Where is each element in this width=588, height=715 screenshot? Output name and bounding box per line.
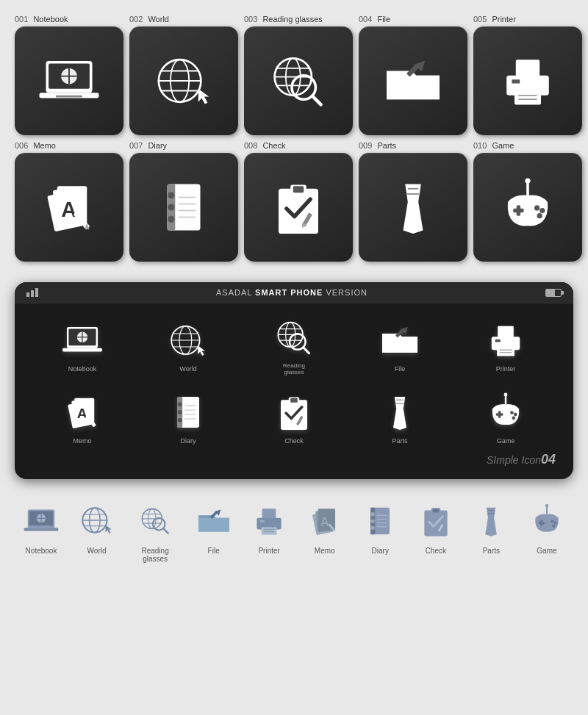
- bottom-icon-printer: [247, 500, 291, 542]
- svg-point-156: [551, 520, 553, 522]
- svg-rect-128: [262, 509, 276, 520]
- phone-icon-diary: Diary: [135, 390, 241, 445]
- icon-card-diary: 007 Diary: [129, 141, 238, 262]
- grid-row-1: 001 Notebook 002 World: [15, 15, 573, 135]
- phone-file-icon: [378, 318, 422, 362]
- bottom-label-notebook: Notebook: [26, 547, 57, 555]
- svg-rect-102: [498, 411, 501, 418]
- phone-label-notebook: Notebook: [68, 365, 97, 373]
- phone-title: ASADAL SMART PHONE VERSION: [216, 288, 368, 297]
- icon-box-notebook[interactable]: [15, 26, 123, 135]
- notebook-icon: [36, 48, 102, 114]
- icon-box-world[interactable]: [129, 26, 238, 135]
- parts-icon: [380, 174, 446, 240]
- svg-point-106: [504, 393, 508, 397]
- bottom-item-file: File: [187, 500, 240, 563]
- icon-card-parts: 009 Parts: [359, 141, 467, 262]
- phone-label-memo: Memo: [73, 437, 91, 445]
- svg-rect-155: [540, 520, 542, 525]
- svg-point-141: [371, 512, 375, 516]
- top-grid: 001 Notebook 002 World: [15, 15, 573, 267]
- svg-marker-127: [209, 509, 220, 518]
- svg-point-53: [537, 213, 542, 218]
- icon-name-world: World: [148, 15, 169, 24]
- phone-label-world: World: [179, 365, 196, 373]
- phone-diary-icon: [166, 390, 210, 434]
- phone-game-icon: [484, 390, 528, 434]
- svg-marker-74: [395, 327, 408, 337]
- icon-name-parts: Parts: [377, 141, 396, 150]
- bottom-label-printer: Printer: [258, 547, 279, 555]
- icon-num-003: 003: [244, 15, 257, 24]
- icon-card-notebook: 001 Notebook: [15, 15, 123, 135]
- phone-icon-world: World: [135, 318, 241, 373]
- svg-text:A: A: [61, 198, 76, 221]
- icon-num-005: 005: [473, 15, 487, 24]
- bottom-game-icon: [528, 502, 566, 540]
- phone-world-icon: [166, 318, 210, 362]
- bottom-item-printer: Printer: [243, 500, 295, 563]
- bottom-label-diary: Diary: [372, 547, 389, 555]
- svg-rect-130: [260, 520, 265, 522]
- svg-point-54: [525, 178, 530, 183]
- icon-box-file[interactable]: [359, 26, 467, 135]
- svg-point-142: [371, 519, 375, 522]
- svg-rect-97: [290, 398, 298, 403]
- bottom-parts-icon: [472, 502, 510, 540]
- icon-num-009: 009: [359, 141, 372, 150]
- phone-reading-glasses-icon: [272, 315, 316, 359]
- bottom-label-file: File: [208, 547, 220, 555]
- svg-point-158: [552, 525, 555, 528]
- bottom-item-world: World: [71, 500, 123, 563]
- icon-name-check: Check: [262, 141, 285, 150]
- icon-box-game[interactable]: [473, 153, 582, 262]
- svg-rect-44: [293, 186, 304, 193]
- bottom-icon-diary: [358, 500, 402, 542]
- bottom-icon-memo: A: [303, 500, 347, 542]
- svg-text:A: A: [77, 406, 87, 421]
- icon-num-001: 001: [15, 15, 28, 24]
- file-icon: [380, 48, 446, 114]
- bottom-icon-world: [75, 500, 119, 542]
- signal-bars: [26, 288, 38, 297]
- icon-name-reading-glasses: Reading glasses: [262, 15, 322, 24]
- bottom-icon-check: [414, 500, 458, 542]
- phone-icons-row-2: A Memo Diary: [15, 378, 573, 448]
- diary-icon: [151, 174, 217, 240]
- phone-label-game: Game: [497, 437, 515, 445]
- icon-box-diary[interactable]: [129, 153, 238, 262]
- bottom-label-world: World: [87, 547, 107, 555]
- bottom-icon-file: [192, 500, 236, 542]
- svg-rect-23: [512, 79, 520, 83]
- bottom-reading-glasses-icon: [136, 502, 174, 540]
- check-icon: [265, 174, 331, 240]
- icon-card-check: 008 Check: [244, 141, 353, 262]
- phone-check-icon: [272, 390, 316, 434]
- bottom-file-icon: [195, 502, 233, 540]
- phone-icon-memo: A Memo: [29, 390, 135, 445]
- simple-icon-label: SImple Icon04: [487, 454, 556, 466]
- bottom-world-icon: [78, 502, 116, 540]
- icon-name-memo: Memo: [33, 141, 56, 150]
- svg-point-143: [371, 526, 375, 530]
- svg-point-88: [178, 402, 182, 406]
- svg-point-52: [539, 208, 545, 213]
- icon-box-parts[interactable]: [359, 153, 467, 262]
- phone-parts-icon: [378, 390, 422, 434]
- svg-point-35: [168, 192, 174, 198]
- bottom-printer-icon: [250, 502, 288, 540]
- icon-box-printer[interactable]: [473, 26, 582, 135]
- phone-icon-reading-glasses: Readingglasses: [241, 315, 347, 376]
- phone-icon-notebook: Notebook: [29, 318, 135, 373]
- world-icon: [151, 48, 217, 114]
- icon-name-notebook: Notebook: [33, 15, 68, 24]
- icon-card-game: 010 Game: [473, 141, 582, 262]
- icon-box-check[interactable]: [244, 153, 353, 262]
- memo-icon: A: [36, 174, 102, 240]
- phone-icon-parts: Parts: [347, 390, 453, 445]
- icon-box-reading-glasses[interactable]: [244, 26, 353, 135]
- icon-box-memo[interactable]: A: [15, 153, 123, 262]
- svg-line-73: [304, 348, 309, 353]
- phone-icon-printer: Printer: [453, 318, 559, 373]
- svg-point-37: [168, 216, 174, 223]
